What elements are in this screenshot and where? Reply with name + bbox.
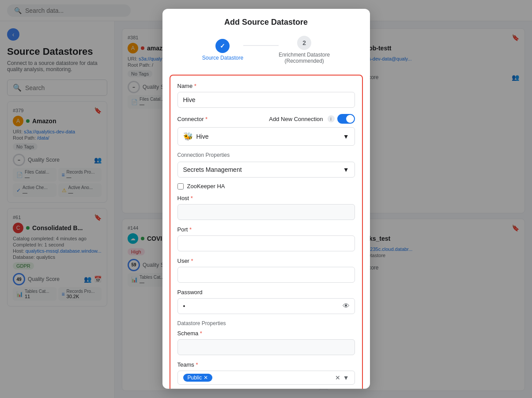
modal-title: Add Source Datastore [173, 18, 359, 27]
secrets-select[interactable]: Secrets Management ▼ [177, 162, 355, 178]
port-group: Port * [177, 226, 355, 251]
connector-row: Connector * Add New Connection i [177, 114, 355, 124]
connector-select[interactable]: 🐝 Hive ▼ [177, 127, 355, 146]
step-2: 2 Enrichment Datastore(Recommended) [279, 36, 330, 64]
info-icon: i [328, 115, 335, 122]
name-label: Name * [177, 83, 355, 89]
user-group: User * [177, 258, 355, 283]
host-label: Host * [177, 195, 355, 201]
zookeeper-row: ZooKeeper HA [177, 183, 355, 190]
port-input[interactable] [177, 235, 355, 251]
schema-label: Schema * [177, 330, 355, 337]
host-input[interactable] [177, 204, 355, 220]
name-input[interactable] [177, 92, 355, 108]
hive-icon: 🐝 [183, 132, 193, 141]
close-icon[interactable]: ✕ [204, 375, 208, 381]
teams-select[interactable]: Public ✕ ✕ ▼ [177, 371, 355, 385]
zookeeper-label: ZooKeeper HA [187, 183, 225, 190]
name-group: Name * [177, 83, 355, 108]
teams-group: Teams * Public ✕ ✕ ▼ [177, 361, 355, 385]
clear-icon[interactable]: ✕ [335, 374, 340, 381]
chevron-down-icon: ▼ [343, 133, 349, 140]
chevron-down-icon: ▼ [343, 374, 349, 381]
connector-value: Hive [196, 133, 209, 140]
password-group: Password 👁 [177, 289, 355, 314]
schema-input[interactable] [177, 339, 355, 355]
step-2-label: Enrichment Datastore(Recommended) [279, 52, 330, 64]
step-line [243, 45, 279, 46]
password-input[interactable] [177, 298, 355, 314]
host-group: Host * [177, 195, 355, 220]
password-label: Password [177, 289, 355, 296]
modal-dialog: Add Source Datastore ✓ Source Datastore … [162, 9, 370, 389]
modal-header: Add Source Datastore ✓ Source Datastore … [162, 9, 370, 64]
stepper: ✓ Source Datastore 2 Enrichment Datastor… [173, 36, 359, 64]
port-label: Port * [177, 226, 355, 233]
datastore-properties-label: Datastore Properties [177, 320, 355, 326]
connection-properties-label: Connection Properties [177, 152, 355, 158]
user-input[interactable] [177, 267, 355, 283]
modal-overlay: Add Source Datastore ✓ Source Datastore … [0, 0, 532, 398]
step-2-circle: 2 [297, 36, 311, 50]
user-label: User * [177, 258, 355, 264]
public-tag: Public ✕ [183, 374, 213, 382]
toggle-switch[interactable] [337, 114, 355, 124]
teams-label: Teams * [177, 361, 355, 368]
modal-form-container: Name * Connector * Add New Connection i [170, 75, 363, 389]
zookeeper-checkbox[interactable] [177, 183, 184, 190]
secrets-value: Secrets Management [183, 166, 242, 173]
connector-label: Connector * [177, 116, 208, 122]
toggle-password-icon[interactable]: 👁 [343, 302, 350, 310]
add-connection-label: Add New Connection [269, 116, 323, 122]
schema-group: Schema * [177, 330, 355, 355]
step-1-circle: ✓ [215, 39, 230, 53]
step-1: ✓ Source Datastore [202, 39, 243, 61]
chevron-down-icon: ▼ [343, 166, 349, 173]
step-1-label: Source Datastore [202, 55, 243, 61]
